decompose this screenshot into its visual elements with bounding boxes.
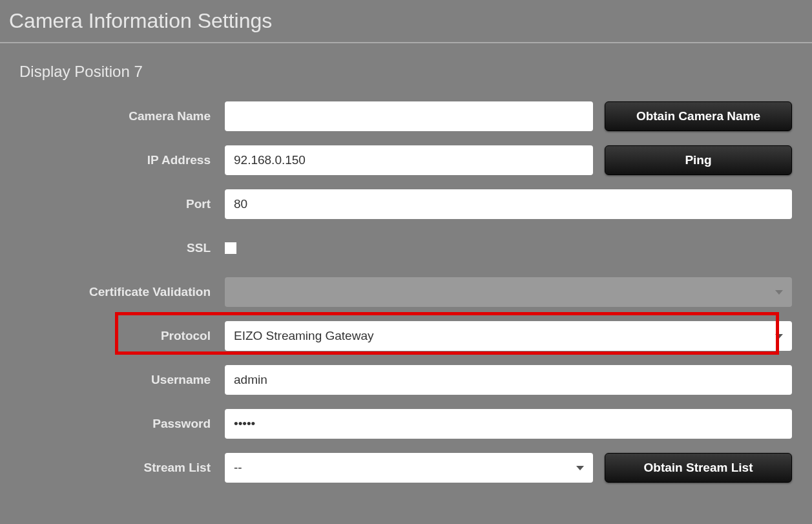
ping-button[interactable]: Ping	[605, 145, 792, 175]
row-camera-name: Camera Name Obtain Camera Name	[19, 101, 793, 131]
obtain-stream-list-button[interactable]: Obtain Stream List	[605, 453, 792, 483]
port-input[interactable]	[225, 189, 792, 219]
stream-list-label: Stream List	[19, 461, 225, 475]
camera-name-input[interactable]	[225, 101, 593, 131]
row-username: Username	[19, 365, 793, 395]
cert-validation-select[interactable]	[225, 277, 792, 307]
obtain-camera-name-button[interactable]: Obtain Camera Name	[605, 101, 792, 131]
row-password: Password	[19, 409, 793, 439]
password-label: Password	[19, 417, 225, 431]
protocol-value: EIZO Streaming Gateway	[234, 329, 373, 343]
ip-address-label: IP Address	[19, 153, 225, 167]
chevron-down-icon	[775, 334, 783, 339]
ssl-checkbox[interactable]	[225, 242, 236, 254]
cert-validation-label: Certificate Validation	[19, 285, 225, 299]
row-cert-validation: Certificate Validation	[19, 277, 793, 307]
row-protocol: Protocol EIZO Streaming Gateway	[19, 321, 793, 351]
settings-form: Camera Name Obtain Camera Name IP Addres…	[0, 81, 812, 483]
protocol-label: Protocol	[19, 329, 225, 343]
row-port: Port	[19, 189, 793, 219]
stream-list-value: --	[234, 461, 242, 475]
page-title: Camera Information Settings	[0, 0, 812, 43]
ssl-label: SSL	[19, 241, 225, 255]
row-ip-address: IP Address Ping	[19, 145, 793, 175]
section-title: Display Position 7	[0, 43, 812, 81]
stream-list-select[interactable]: --	[225, 453, 593, 483]
ip-address-input[interactable]	[225, 145, 593, 175]
protocol-select[interactable]: EIZO Streaming Gateway	[225, 321, 792, 351]
chevron-down-icon	[576, 466, 584, 470]
chevron-down-icon	[775, 290, 783, 295]
username-label: Username	[19, 373, 225, 387]
username-input[interactable]	[225, 365, 792, 395]
port-label: Port	[19, 197, 225, 211]
row-ssl: SSL	[19, 233, 793, 263]
camera-name-label: Camera Name	[19, 109, 225, 123]
row-stream-list: Stream List -- Obtain Stream List	[19, 453, 793, 483]
password-input[interactable]	[225, 409, 792, 439]
